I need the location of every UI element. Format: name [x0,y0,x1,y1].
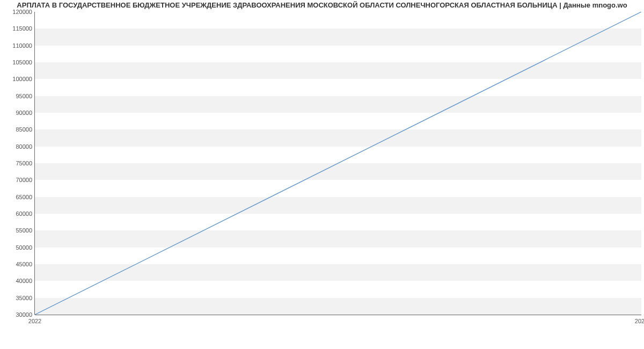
y-axis-line [34,12,35,315]
x-tick-label: 2024 [635,318,644,324]
y-tick-label: 115000 [2,25,32,32]
y-tick-label: 70000 [2,177,32,183]
y-tick-label: 45000 [2,261,32,267]
y-tick-label: 110000 [2,42,32,49]
x-axis-line [35,315,641,315]
chart-title: АРПЛАТА В ГОСУДАРСТВЕННОЕ БЮДЖЕТНОЕ УЧРЕ… [0,1,644,9]
y-tick-label: 105000 [2,59,32,66]
y-tick-label: 80000 [2,143,32,150]
y-tick-label: 40000 [2,278,32,284]
y-tick-label: 65000 [2,194,32,200]
line-chart: АРПЛАТА В ГОСУДАРСТВЕННОЕ БЮДЖЕТНОЕ УЧРЕ… [0,0,644,349]
y-tick-label: 55000 [2,227,32,234]
y-tick-label: 30000 [2,311,32,318]
y-tick-label: 90000 [2,110,32,116]
y-tick-label: 120000 [2,9,32,15]
y-tick-label: 100000 [2,76,32,82]
x-tick-label: 2022 [28,318,41,324]
data-series-line [35,12,641,315]
y-tick-label: 60000 [2,210,32,217]
y-tick-label: 75000 [2,160,32,166]
y-tick-label: 95000 [2,93,32,99]
y-tick-label: 35000 [2,295,32,301]
plot-area [35,12,641,315]
y-tick-label: 85000 [2,126,32,133]
y-tick-label: 50000 [2,244,32,251]
